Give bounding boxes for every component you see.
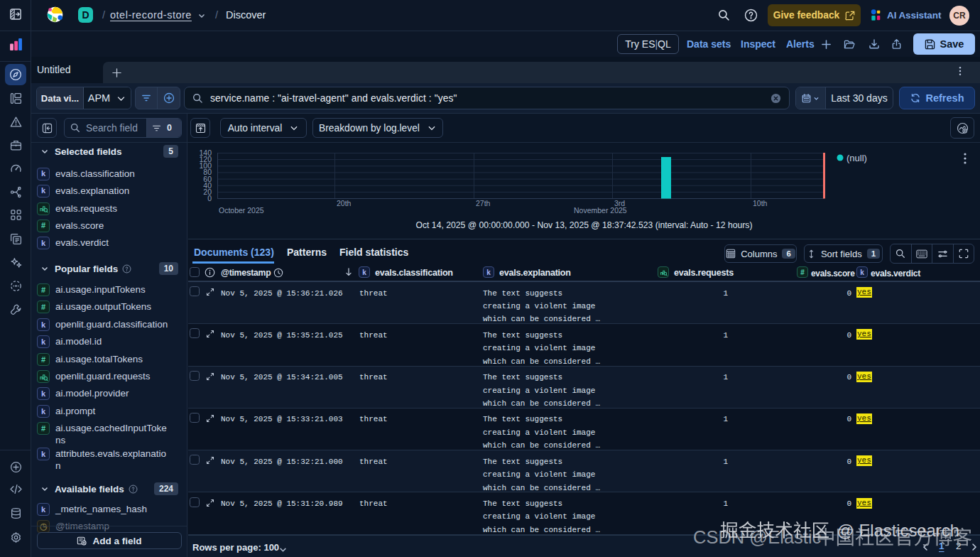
svg-text:27th: 27th bbox=[476, 199, 491, 207]
svg-text:October 2025: October 2025 bbox=[219, 206, 264, 215]
svg-text:(null): (null) bbox=[846, 153, 867, 163]
svg-text:10th: 10th bbox=[753, 199, 768, 207]
svg-text:0: 0 bbox=[207, 194, 212, 202]
svg-text:20th: 20th bbox=[337, 199, 352, 207]
svg-text:November 2025: November 2025 bbox=[574, 206, 627, 215]
